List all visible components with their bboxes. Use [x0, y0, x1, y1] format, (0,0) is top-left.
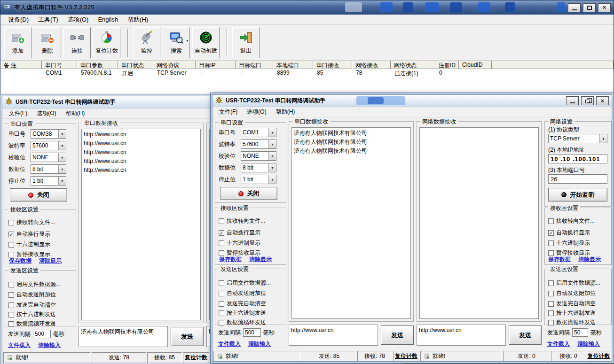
checkbox-loop-send[interactable]: 数据流循环发送 — [548, 318, 596, 326]
data-bits-select[interactable]: 8 bit▼ — [241, 163, 276, 172]
clear-display-link[interactable]: 清除显示 — [249, 256, 272, 263]
checkbox[interactable] — [548, 320, 554, 325]
maximize-button[interactable] — [583, 3, 596, 12]
minimize-button[interactable] — [568, 3, 581, 12]
checkbox[interactable] — [219, 320, 224, 325]
serial-send-input[interactable]: 济南有人物联网技术有限公司 — [79, 326, 168, 347]
checkbox-file-data-source[interactable]: 启用文件数据源... — [548, 279, 600, 287]
titlebar[interactable]: USR-TCP232-Test 串口转网络调试助手 × — [213, 95, 612, 107]
dropdown-arrow-icon[interactable]: ▼ — [268, 128, 276, 137]
checkbox-loop-send[interactable]: 数据流循环发送 — [8, 320, 56, 328]
dropdown-arrow-icon[interactable]: ▼ — [268, 152, 276, 160]
menu-device[interactable]: 设备(D) — [3, 15, 33, 25]
send-interval-input[interactable]: 500 — [33, 330, 51, 338]
checkbox-send-as-hex[interactable]: 按十六进制发送 — [548, 309, 596, 317]
col-header-local-port[interactable]: 本地端口 — [273, 61, 313, 69]
menu-help[interactable]: 帮助(H) — [271, 107, 300, 117]
monitor-button[interactable]: 监控 — [133, 27, 160, 58]
add-button[interactable]: 添加 — [4, 27, 31, 58]
checkbox[interactable] — [8, 242, 14, 248]
connect-button[interactable]: 连接 — [63, 27, 91, 58]
col-header-com-params[interactable]: 串口参数 — [77, 61, 118, 69]
checkbox[interactable] — [548, 301, 554, 307]
menu-file[interactable]: 文件(F) — [4, 108, 32, 118]
checkbox[interactable] — [219, 218, 224, 224]
checkbox[interactable] — [219, 280, 224, 286]
menu-tools[interactable]: 工具(T) — [33, 15, 63, 25]
delete-button[interactable]: 删除 — [34, 27, 61, 58]
parity-select[interactable]: NONE▼ — [31, 153, 66, 162]
checkbox[interactable] — [219, 240, 224, 246]
checkbox[interactable] — [219, 230, 224, 236]
checkbox-clear-after-send[interactable]: 发送完自动清空 — [8, 301, 56, 309]
serial-send-button[interactable]: 发送 — [171, 327, 204, 346]
send-interval-input[interactable]: 50 — [572, 328, 588, 337]
col-header-com-state[interactable]: 串口状态 — [118, 61, 153, 69]
titlebar[interactable]: 有人虚拟串口软件 V3.7.2.525 × — [0, 0, 614, 15]
serial-port-select[interactable]: COM1▼ — [241, 128, 276, 137]
serial-port-select[interactable]: COM38▼ — [31, 129, 66, 139]
col-header-net-recv[interactable]: 网络接收 — [352, 61, 391, 69]
stop-bits-select[interactable]: 1 bit▼ — [31, 176, 66, 186]
dropdown-arrow-icon[interactable]: ▼ — [58, 165, 66, 173]
checkbox-auto-send-append[interactable]: 自动发送附加位 — [548, 289, 596, 297]
baud-rate-select[interactable]: 57600▼ — [241, 139, 276, 149]
checkbox-send-as-hex[interactable]: 按十六进制发送 — [8, 310, 56, 318]
checkbox[interactable] — [8, 252, 14, 257]
serial-recv-area[interactable]: http://www.usr.cn http://www.usr.cn http… — [81, 129, 201, 320]
col-header-target-ip[interactable]: 目标IP — [196, 61, 236, 69]
table-row[interactable]: COM1 57600,N,8,1 开启 TCP Server -- -- 889… — [0, 69, 614, 77]
checkbox-auto-send-append[interactable]: 自动发送附加位 — [8, 291, 56, 299]
checkbox-auto-send-append[interactable]: 自动发送附加位 — [219, 289, 266, 297]
search-dropdown-arrow[interactable]: ▼ — [186, 39, 189, 42]
col-header-cloudid[interactable]: CloudID — [459, 61, 492, 69]
checkbox[interactable] — [548, 310, 554, 316]
data-bits-select[interactable]: 8 bit▼ — [31, 164, 66, 174]
load-file-link[interactable]: 文件载入 — [547, 340, 570, 348]
status-reset-count-2[interactable]: 复位计数 — [587, 351, 611, 361]
clear-input-link[interactable]: 清除输入 — [38, 341, 61, 349]
checkbox[interactable] — [548, 280, 554, 286]
checkbox-hex-display[interactable]: 十六进制显示 — [219, 239, 260, 247]
menu-options[interactable]: 选项(O) — [32, 108, 61, 118]
menu-options[interactable]: 选项(O) — [63, 15, 94, 25]
checkbox[interactable] — [8, 321, 14, 327]
checkbox-clear-after-send[interactable]: 发送完自动清空 — [548, 300, 596, 308]
close-serial-button[interactable]: 关闭 — [10, 188, 67, 201]
col-header-target-port[interactable]: 目标端口 — [236, 61, 273, 69]
checkbox-loop-send[interactable]: 数据流循环发送 — [219, 318, 266, 326]
local-port-input[interactable]: 26 — [548, 174, 607, 184]
baud-rate-select[interactable]: 57600▼ — [31, 141, 66, 150]
save-data-link[interactable]: 保存数据 — [219, 256, 242, 263]
checkbox-send-as-hex[interactable]: 按十六进制发送 — [219, 309, 266, 317]
close-button[interactable]: × — [596, 96, 609, 105]
checkbox-recv-to-file[interactable]: 接收转向文件... — [548, 217, 595, 225]
save-data-link[interactable]: 保存数据 — [9, 257, 31, 265]
checkbox[interactable] — [8, 282, 14, 287]
col-header-net-protocol[interactable]: 网络协议 — [153, 61, 196, 69]
exit-button[interactable]: 退出 — [232, 27, 260, 58]
auto-create-button[interactable]: 自动创建 — [192, 27, 220, 58]
search-button[interactable]: 搜索 ▼ — [163, 27, 190, 58]
restore-button[interactable] — [581, 96, 594, 105]
local-ip-input[interactable]: 10 .10 .100.101 — [548, 154, 607, 163]
close-serial-button[interactable]: 关闭 — [220, 187, 277, 200]
send-interval-input[interactable]: 500 — [243, 328, 261, 337]
checkbox[interactable] — [219, 301, 224, 307]
dropdown-arrow-icon[interactable]: ▼ — [268, 163, 276, 172]
net-send-button[interactable]: 发送 — [509, 325, 542, 345]
checkbox[interactable] — [548, 218, 554, 224]
checkbox-file-data-source[interactable]: 启用文件数据源... — [219, 279, 271, 287]
checkbox-auto-newline[interactable]: 自动换行显示 — [219, 229, 260, 237]
serial-recv-area[interactable]: 济南有人物联网技术有限公司 济南有人物联网技术有限公司 济南有人物联网技术有限公… — [291, 127, 411, 319]
dropdown-arrow-icon[interactable]: ▼ — [58, 177, 66, 185]
reset-count-button[interactable]: 复位计数 — [93, 27, 120, 58]
checkbox[interactable] — [548, 240, 554, 246]
menu-help[interactable]: 帮助(H) — [61, 108, 90, 118]
col-header-com-port[interactable]: 串口号 — [42, 61, 77, 69]
load-file-link[interactable]: 文件载入 — [218, 340, 241, 348]
load-file-link[interactable]: 文件载入 — [8, 341, 31, 349]
checkbox[interactable] — [8, 220, 14, 225]
checkbox-auto-newline[interactable]: 自动换行显示 — [8, 230, 50, 238]
clear-input-link[interactable]: 清除输入 — [248, 340, 271, 348]
